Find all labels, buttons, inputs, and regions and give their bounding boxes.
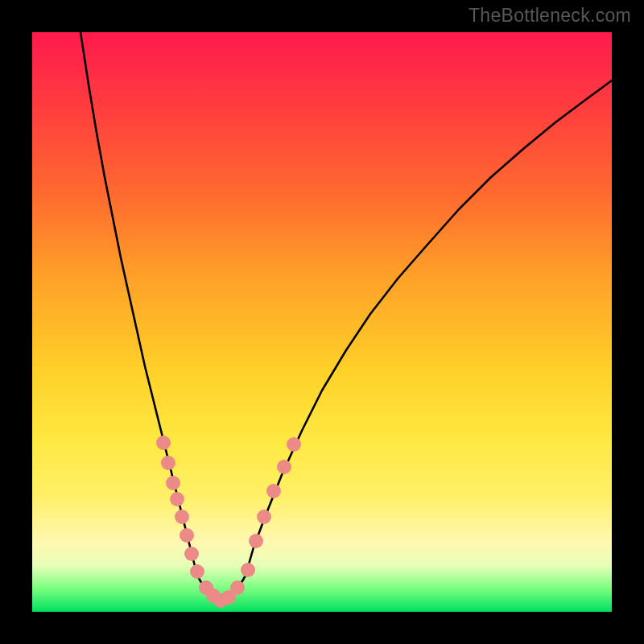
data-marker [170,492,184,506]
data-marker [249,534,263,548]
v-curve [80,32,612,602]
data-marker [184,547,199,561]
data-marker [287,437,301,452]
chart-frame: TheBottleneck.com [0,0,644,644]
data-marker [156,436,171,450]
data-marker [161,456,175,470]
data-marker [241,563,255,577]
data-marker [230,580,245,595]
data-marker [277,460,291,474]
data-marker [175,510,189,524]
curve-overlay [32,32,612,612]
data-marker [166,476,180,490]
gradient-plot-area [32,32,612,612]
marker-group [156,436,301,608]
watermark-label: TheBottleneck.com [469,5,631,27]
data-marker [257,510,271,524]
data-marker [180,528,194,543]
data-marker [190,564,204,579]
data-marker [266,484,281,498]
